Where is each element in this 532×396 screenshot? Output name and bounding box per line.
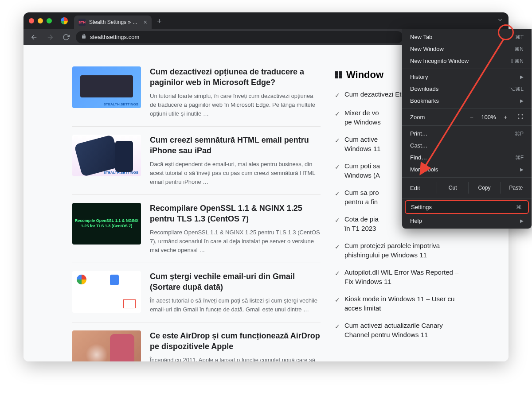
- window-controls: [29, 18, 52, 23]
- reload-button[interactable]: [60, 31, 72, 43]
- sidebar-item-label: Mixer de vo pe Windows: [344, 108, 381, 127]
- chevron-right-icon: ▶: [520, 218, 524, 223]
- article-description: Un tutorial foarte simplu, în care înveț…: [150, 92, 321, 118]
- article-item[interactable]: STEALTH.SETTINGS Ce este AirDrop și cum …: [72, 322, 321, 361]
- new-tab-button[interactable]: +: [157, 17, 162, 26]
- article-thumbnail: Recompile OpenSSL 1.1 & NGINX 1.25 for T…: [72, 203, 141, 245]
- sidebar-item-label: Cum active Windows 11: [344, 135, 381, 153]
- article-title: Cum creezi semnătură HTML email pentru i…: [150, 135, 321, 156]
- article-title: Cum ștergi vechile email-uri din Gmail (…: [150, 271, 321, 293]
- tab-title: Stealth Settings » Sursa de tut: [89, 19, 140, 25]
- sidebar-item-label: Kiosk mode in Windows 11 – User cu acces…: [344, 294, 468, 313]
- close-tab-icon[interactable]: ×: [144, 19, 147, 26]
- zoom-label: Zoom: [410, 114, 465, 120]
- chevron-right-icon: ▶: [520, 74, 524, 79]
- forward-button[interactable]: [44, 31, 56, 43]
- tab-favicon-icon: STH: [78, 19, 86, 26]
- chevron-right-icon: ▶: [520, 98, 524, 103]
- lock-icon: [81, 34, 86, 40]
- check-icon: ✓: [335, 163, 340, 172]
- article-description: În acest tutorial o să înveți cum poți s…: [150, 296, 321, 314]
- address-bar[interactable]: stealthsettings.com: [76, 31, 403, 43]
- maximize-window-button[interactable]: [47, 18, 52, 23]
- menu-downloads[interactable]: Downloads⌥⌘L: [402, 83, 532, 95]
- menu-cut[interactable]: Cut: [437, 182, 468, 194]
- menu-more-tools[interactable]: More Tools▶: [402, 163, 532, 175]
- menu-incognito[interactable]: New Incognito Window⇧⌘N: [402, 55, 532, 67]
- menu-paste[interactable]: Paste: [500, 182, 532, 194]
- zoom-out-button[interactable]: −: [465, 114, 478, 120]
- sidebar-item-label: Cum activezi actualizarile Canary Channe…: [344, 321, 468, 339]
- article-item[interactable]: STEALTH.SETTINGS Cum creezi semnătură HT…: [72, 126, 321, 194]
- article-description: Recompilare OpenSSL 1.1 & NGINX 1.25 pen…: [150, 228, 321, 255]
- menu-new-window[interactable]: New Window⌘N: [402, 43, 532, 55]
- menu-print[interactable]: Print…⌘P: [402, 128, 532, 140]
- article-thumbnail: STEALTH.SETTINGS: [72, 66, 141, 108]
- menu-history[interactable]: History▶: [402, 71, 532, 83]
- thumb-text: Recompile OpenSSL 1.1 & NGINX 1.25 for T…: [74, 218, 139, 229]
- menu-zoom: Zoom − 100% +: [402, 111, 532, 124]
- check-icon: ✓: [335, 110, 340, 119]
- watermark-text: STEALTH.SETTINGS: [103, 171, 138, 175]
- sidebar-item-label: Cum poti sa Windows (A: [344, 161, 380, 180]
- check-icon: ✓: [335, 296, 340, 305]
- check-icon: ✓: [335, 91, 340, 100]
- sidebar-item[interactable]: ✓Kiosk mode in Windows 11 – User cu acce…: [335, 294, 468, 313]
- browser-tab[interactable]: STH Stealth Settings » Sursa de tut ×: [74, 16, 152, 29]
- menu-copy[interactable]: Copy: [468, 182, 500, 194]
- article-title: Recompilare OpenSSL 1.1 & NGINX 1.25 pen…: [150, 203, 321, 225]
- menu-cast[interactable]: Cast…: [402, 140, 532, 151]
- sidebar-item[interactable]: ✓Cum protejezi parolele impotriva phishi…: [335, 241, 468, 260]
- check-icon: ✓: [335, 322, 340, 331]
- sidebar-item-label: Cota de pia în T1 2023: [344, 214, 379, 233]
- sidebar-item-label: Cum sa pro pentru a fin: [344, 188, 379, 206]
- minimize-window-button[interactable]: [38, 18, 43, 23]
- edit-label: Edit: [410, 185, 437, 191]
- close-window-button[interactable]: [29, 18, 34, 23]
- tab-search-icon[interactable]: [497, 17, 503, 25]
- article-title: Cum dezactivezi opțiunea de traducere a …: [150, 66, 321, 88]
- article-list: STEALTH.SETTINGS Cum dezactivezi opțiune…: [72, 66, 321, 361]
- zoom-value: 100%: [479, 114, 498, 120]
- article-title: Ce este AirDrop și cum funcționează AirD…: [150, 330, 321, 352]
- fullscreen-icon[interactable]: [517, 113, 524, 121]
- sidebar-item-label: Autopilot.dll WIL Error Was Reported – F…: [344, 268, 468, 286]
- sidebar-item-label: Cum protejezi parolele impotriva phishin…: [344, 241, 468, 260]
- article-item[interactable]: STEALTH.SETTINGS Cum dezactivezi opțiune…: [72, 66, 321, 126]
- article-thumbnail: STEALTH.SETTINGS: [72, 330, 141, 361]
- article-description: Începând cu 2011, Apple a lansat o funcț…: [150, 356, 321, 361]
- article-description: Dacă ești dependent de email-uri, mai al…: [150, 160, 321, 186]
- check-icon: ✓: [335, 243, 340, 252]
- menu-settings[interactable]: Settings⌘,: [405, 200, 529, 214]
- sidebar-item[interactable]: ✓Autopilot.dll WIL Error Was Reported – …: [335, 268, 468, 286]
- menu-bookmarks[interactable]: Bookmarks▶: [402, 95, 532, 107]
- check-icon: ✓: [335, 190, 340, 198]
- tab-strip: STH Stealth Settings » Sursa de tut × +: [23, 12, 509, 29]
- article-item[interactable]: Cum ștergi vechile email-uri din Gmail (…: [72, 263, 321, 322]
- sidebar-item[interactable]: ✓Cum activezi actualizarile Canary Chann…: [335, 321, 468, 339]
- chevron-right-icon: ▶: [520, 167, 524, 172]
- back-button[interactable]: [28, 31, 40, 43]
- check-icon: ✓: [335, 269, 340, 278]
- windows-icon: [335, 71, 342, 78]
- menu-find[interactable]: Find…⌘F: [402, 151, 532, 163]
- url-text: stealthsettings.com: [90, 34, 139, 40]
- menu-new-tab[interactable]: New Tab⌘T: [402, 31, 532, 43]
- check-icon: ✓: [335, 136, 340, 145]
- menu-help[interactable]: Help▶: [402, 215, 532, 227]
- article-thumbnail: STEALTH.SETTINGS: [72, 135, 141, 176]
- zoom-in-button[interactable]: +: [499, 114, 512, 120]
- check-icon: ✓: [335, 216, 340, 225]
- chrome-context-menu: New Tab⌘T New Window⌘N New Incognito Win…: [402, 29, 532, 229]
- article-item[interactable]: Recompile OpenSSL 1.1 & NGINX 1.25 for T…: [72, 194, 321, 263]
- menu-edit-row: Edit Cut Copy Paste: [402, 179, 532, 196]
- article-thumbnail: [72, 271, 141, 313]
- watermark-text: STEALTH.SETTINGS: [103, 102, 138, 106]
- home-button-icon[interactable]: [61, 17, 68, 24]
